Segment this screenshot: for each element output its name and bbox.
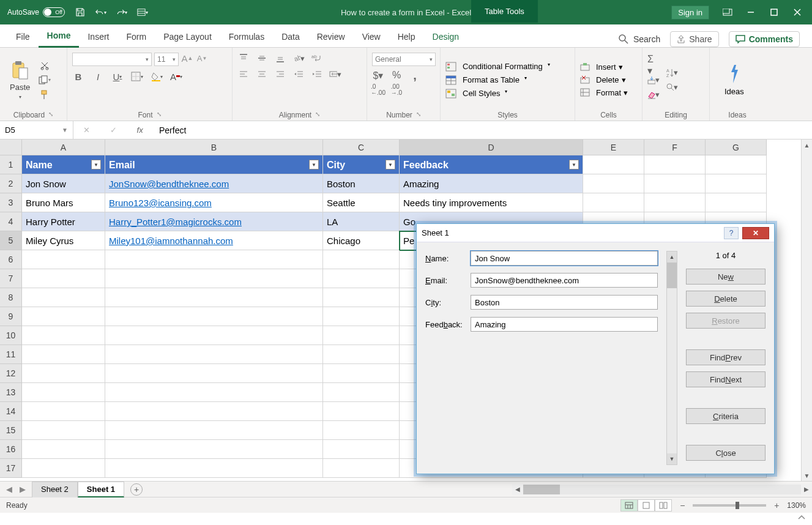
italic-icon[interactable]: I <box>92 71 104 82</box>
cell-B2[interactable]: JonSnow@bendtheknee.com <box>105 174 323 193</box>
increase-decimal-icon[interactable]: .0←.00 <box>372 84 384 95</box>
select-all-corner[interactable] <box>0 140 22 155</box>
cell-B5[interactable]: Miley101@iamnothannah.com <box>105 231 323 250</box>
copy-icon[interactable]: ▾ <box>39 75 51 86</box>
cell-B14[interactable] <box>105 402 323 421</box>
filter-button[interactable]: ▼ <box>309 160 319 169</box>
cell-B16[interactable] <box>105 440 323 459</box>
ideas-button[interactable]: Ideas <box>715 59 754 101</box>
ribbon-tab-page-layout[interactable]: Page Layout <box>155 27 220 47</box>
col-header-A[interactable]: A <box>22 140 105 155</box>
clear-icon[interactable]: ▾ <box>647 89 660 100</box>
dialog-help-button[interactable]: ? <box>724 227 739 239</box>
dlg-new-button[interactable]: New <box>686 269 765 285</box>
fx-icon[interactable]: fx <box>137 125 143 135</box>
cell-C9[interactable] <box>323 307 400 326</box>
cell-F3[interactable] <box>644 193 706 212</box>
fill-color-icon[interactable]: ▾ <box>151 71 163 82</box>
format-cells-button[interactable]: Format ▾ <box>580 88 628 97</box>
cell-C8[interactable] <box>323 288 400 307</box>
font-size-combo[interactable]: 11▾ <box>154 53 179 66</box>
dlg-email-input[interactable] <box>471 273 658 288</box>
share-button[interactable]: Share <box>670 31 718 47</box>
percent-icon[interactable]: % <box>390 70 403 81</box>
ribbon-tab-view[interactable]: View <box>354 27 389 47</box>
vertical-scrollbar[interactable]: ▲▼ <box>801 140 812 481</box>
name-box[interactable]: D5▼ <box>0 121 73 139</box>
number-format-combo[interactable]: General▾ <box>372 53 436 66</box>
cell-G1[interactable] <box>706 155 767 174</box>
comments-button[interactable]: Comments <box>729 31 800 47</box>
cell-A14[interactable] <box>22 402 105 421</box>
row-header-9[interactable]: 9 <box>0 307 22 326</box>
ribbon-tab-form[interactable]: Form <box>117 27 155 47</box>
ribbon-tab-review[interactable]: Review <box>308 27 354 47</box>
cell-F2[interactable] <box>644 174 706 193</box>
sheet-tab-sheet-1[interactable]: Sheet 1 <box>78 482 124 497</box>
undo-icon[interactable]: ▾ <box>95 7 106 18</box>
cell-C4[interactable]: LA <box>323 212 400 231</box>
email-link[interactable]: Bruno123@icansing.com <box>109 198 212 208</box>
email-link[interactable]: Harry_Potter1@magicrocks.com <box>109 217 242 227</box>
cell-styles-button[interactable]: Cell Styles ▾ <box>445 89 507 99</box>
cell-F1[interactable] <box>644 155 706 174</box>
row-header-11[interactable]: 11 <box>0 345 22 364</box>
cut-icon[interactable] <box>39 60 51 71</box>
format-painter-icon[interactable] <box>39 89 51 100</box>
format-as-table-button[interactable]: Format as Table ▾ <box>445 75 527 85</box>
cell-A11[interactable] <box>22 345 105 364</box>
cancel-formula-icon[interactable]: ✕ <box>83 125 90 135</box>
cell-B3[interactable]: Bruno123@icansing.com <box>105 193 323 212</box>
row-header-1[interactable]: 1 <box>0 155 22 174</box>
redo-icon[interactable]: ▾ <box>116 7 127 18</box>
close-icon[interactable] <box>792 8 802 17</box>
font-name-combo[interactable]: ▾ <box>72 53 152 66</box>
ribbon-tab-design[interactable]: Design <box>424 27 468 47</box>
cell-C5[interactable]: Chicago <box>323 231 400 250</box>
bold-icon[interactable]: B <box>72 71 84 82</box>
cell-B8[interactable] <box>105 288 323 307</box>
sort-filter-icon[interactable]: AZ▾ <box>666 67 678 78</box>
table-tools-tab[interactable]: Table Tools <box>471 0 538 23</box>
row-header-5[interactable]: 5 <box>0 231 22 250</box>
sheet-nav-next-icon[interactable]: ▶ <box>20 485 26 494</box>
minimize-icon[interactable] <box>746 8 756 17</box>
cell-A16[interactable] <box>22 440 105 459</box>
font-color-icon[interactable]: A ▾ <box>170 71 182 82</box>
email-link[interactable]: JonSnow@bendtheknee.com <box>109 179 229 189</box>
row-header-13[interactable]: 13 <box>0 383 22 402</box>
insert-cells-button[interactable]: Insert ▾ <box>580 62 623 72</box>
align-left-icon[interactable] <box>237 69 250 80</box>
underline-icon[interactable]: U ▾ <box>111 71 124 82</box>
dlg-name-input[interactable] <box>471 251 658 266</box>
number-dialog-icon[interactable]: ⤡ <box>416 111 421 119</box>
cell-B4[interactable]: Harry_Potter1@magicrocks.com <box>105 212 323 231</box>
cell-A4[interactable]: Harry Potter <box>22 212 105 231</box>
border-icon[interactable]: ▾ <box>131 71 143 82</box>
ribbon-tab-formulas[interactable]: Formulas <box>220 27 273 47</box>
cell-D2[interactable]: Amazing <box>400 174 583 193</box>
cell-A6[interactable] <box>22 250 105 269</box>
filter-button[interactable]: ▼ <box>386 160 395 169</box>
ribbon-tab-insert[interactable]: Insert <box>79 27 117 47</box>
merge-center-icon[interactable]: ▾ <box>329 69 341 80</box>
comma-icon[interactable]: , <box>409 70 421 81</box>
dlg-close-button[interactable]: Close <box>686 445 765 461</box>
align-right-icon[interactable] <box>274 69 286 80</box>
cell-A5[interactable]: Miley Cyrus <box>22 231 105 250</box>
cell-C15[interactable] <box>323 421 400 440</box>
row-header-6[interactable]: 6 <box>0 250 22 269</box>
find-select-icon[interactable]: ▾ <box>666 82 678 93</box>
cell-B7[interactable] <box>105 269 323 288</box>
dlg-delete-button[interactable]: Delete <box>686 291 765 307</box>
ribbon-tab-home[interactable]: Home <box>39 26 80 48</box>
cell-C13[interactable] <box>323 383 400 402</box>
row-header-17[interactable]: 17 <box>0 459 22 478</box>
cell-B10[interactable] <box>105 326 323 345</box>
dlg-criteria-button[interactable]: Criteria <box>686 408 765 424</box>
cell-B17[interactable] <box>105 459 323 478</box>
decrease-font-icon[interactable]: A▼ <box>196 53 208 64</box>
form-quickaccess-icon[interactable]: ▾ <box>137 7 148 18</box>
col-header-E[interactable]: E <box>583 140 644 155</box>
fill-icon[interactable]: ▾ <box>647 75 660 86</box>
